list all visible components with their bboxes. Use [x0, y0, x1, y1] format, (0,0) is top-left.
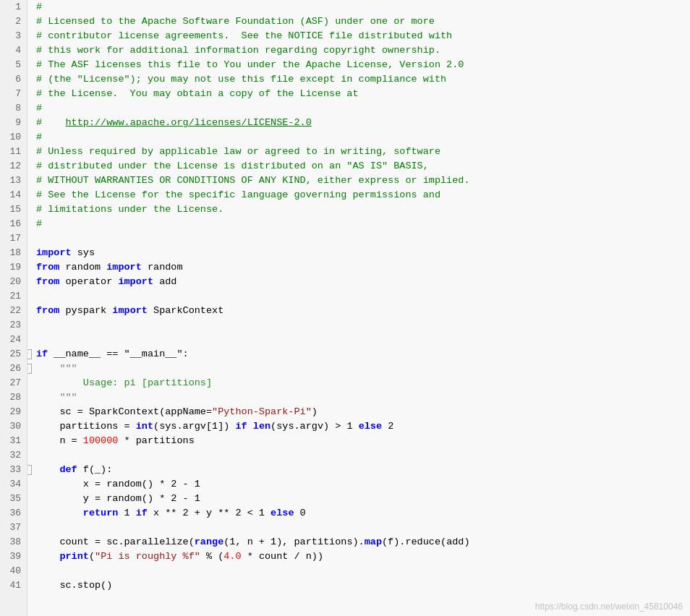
- code-content: ## Licensed to the Apache Software Found…: [27, 0, 690, 616]
- normal-token: 0: [294, 506, 305, 521]
- line-number: 21: [6, 289, 21, 304]
- keyword-token: from: [36, 304, 59, 318]
- line-number: 19: [6, 260, 21, 275]
- code-line: #: [36, 217, 690, 231]
- keyword-token: else: [359, 419, 382, 434]
- keyword-token: if: [136, 506, 148, 521]
- normal-token: count = sc.parallelize(: [36, 535, 195, 549]
- keyword-token: import: [118, 275, 153, 289]
- normal-token: (1, n + 1), partitions).: [223, 535, 364, 549]
- line-number: 16: [6, 217, 21, 231]
- string-token: "Python-Spark-Pi": [212, 405, 312, 419]
- code-line: - def f(_):: [36, 463, 690, 477]
- keyword-token: map: [365, 535, 382, 549]
- code-area: 1234567891011121314151617181920212223242…: [0, 0, 690, 616]
- keyword-token: import: [36, 246, 72, 260]
- line-number: 25: [6, 347, 21, 362]
- line-number: 7: [6, 87, 21, 101]
- line-number: 1: [6, 0, 21, 14]
- line-number: 23: [6, 318, 21, 333]
- normal-token: 2: [382, 419, 393, 434]
- normal-token: * count / n)): [242, 549, 323, 564]
- line-number: 28: [6, 390, 21, 405]
- line-number: 37: [6, 521, 21, 535]
- code-line: -if __name__ == "__main__":: [36, 347, 690, 362]
- line-number: 41: [6, 578, 21, 593]
- normal-token: y = random() * 2 - 1: [36, 492, 200, 506]
- line-number: 30: [6, 419, 21, 434]
- code-line: [36, 564, 690, 578]
- line-number: 27: [6, 376, 21, 390]
- fold-indicator[interactable]: -: [27, 465, 32, 475]
- normal-token: sc = SparkContext(appName=: [36, 405, 212, 419]
- link-token: http://www.apache.org/licenses/LICENSE-2…: [66, 116, 312, 130]
- keyword-token: int: [136, 419, 153, 434]
- normal-token: (sys.argv) > 1: [271, 419, 359, 434]
- normal-token: x = random() * 2 - 1: [36, 477, 200, 492]
- line-number: 22: [6, 304, 21, 318]
- comment-token: #: [36, 116, 66, 130]
- code-line: [36, 289, 690, 304]
- code-line: partitions = int(sys.argv[1]) if len(sys…: [36, 419, 690, 434]
- line-number: 24: [6, 333, 21, 347]
- string-token: "Pi is roughly %f": [95, 549, 200, 564]
- line-number: 35: [6, 492, 21, 506]
- code-line: # See the License for the specific langu…: [36, 188, 690, 202]
- number-token: 4.0: [223, 549, 241, 564]
- normal-token: sys: [72, 246, 95, 260]
- normal-token: (: [89, 549, 95, 564]
- comment-token: #: [36, 0, 42, 14]
- line-number: 13: [6, 174, 21, 188]
- code-line: sc = SparkContext(appName="Python-Spark-…: [36, 405, 690, 419]
- keyword-token: import: [112, 304, 148, 318]
- line-number: 11: [6, 145, 21, 159]
- code-line: from pyspark import SparkContext: [36, 304, 690, 318]
- fold-indicator[interactable]: -: [27, 364, 32, 374]
- line-number: 15: [6, 202, 21, 217]
- line-number: 38: [6, 535, 21, 549]
- normal-token: (f).reduce(add): [382, 535, 470, 549]
- code-editor: 1234567891011121314151617181920212223242…: [0, 0, 690, 616]
- code-line: print("Pi is roughly %f" % (4.0 * count …: [36, 549, 690, 564]
- line-number: 29: [6, 405, 21, 419]
- normal-token: 1: [118, 506, 135, 521]
- comment-token: #: [36, 130, 42, 145]
- code-line: # http://www.apache.org/licenses/LICENSE…: [36, 116, 690, 130]
- normal-token: SparkContext: [148, 304, 223, 318]
- keyword-token: range: [195, 535, 224, 549]
- code-line: [36, 318, 690, 333]
- comment-token: # Unless required by applicable law or a…: [36, 145, 440, 159]
- line-number: 36: [6, 506, 21, 521]
- keyword-token: def: [59, 463, 77, 477]
- comment-token: # The ASF licenses this file to You unde…: [36, 58, 464, 72]
- line-number: 32: [6, 448, 21, 463]
- line-number: 34: [6, 477, 21, 492]
- keyword-token: if: [36, 347, 48, 362]
- fold-indicator[interactable]: -: [27, 349, 32, 359]
- code-line: [36, 448, 690, 463]
- comment-token: # Licensed to the Apache Software Founda…: [36, 14, 435, 29]
- code-line: # Licensed to the Apache Software Founda…: [36, 14, 690, 29]
- line-number: 39: [6, 549, 21, 564]
- code-line: count = sc.parallelize(range(1, n + 1), …: [36, 535, 690, 549]
- normal-token: sc.stop(): [36, 578, 112, 593]
- normal-token: [247, 419, 253, 434]
- line-number: 33: [6, 463, 21, 477]
- comment-token: # limitations under the License.: [36, 202, 223, 217]
- line-number: 12: [6, 159, 21, 174]
- code-line: [36, 231, 690, 246]
- normal-token: [36, 362, 59, 376]
- code-line: # WITHOUT WARRANTIES OR CONDITIONS OF AN…: [36, 174, 690, 188]
- normal-token: ): [312, 405, 318, 419]
- comment-token: # See the License for the specific langu…: [36, 188, 440, 202]
- code-line: # Unless required by applicable law or a…: [36, 145, 690, 159]
- watermark: https://blog.csdn.net/weixin_45810046: [535, 602, 683, 612]
- code-line: Usage: pi [partitions]: [36, 376, 690, 390]
- normal-token: f(_):: [77, 463, 113, 477]
- keyword-token: return: [83, 506, 119, 521]
- line-number: 2: [6, 14, 21, 29]
- normal-token: [36, 506, 83, 521]
- code-line: # the License. You may obtain a copy of …: [36, 87, 690, 101]
- line-number: 4: [6, 43, 21, 58]
- number-token: 100000: [83, 434, 119, 448]
